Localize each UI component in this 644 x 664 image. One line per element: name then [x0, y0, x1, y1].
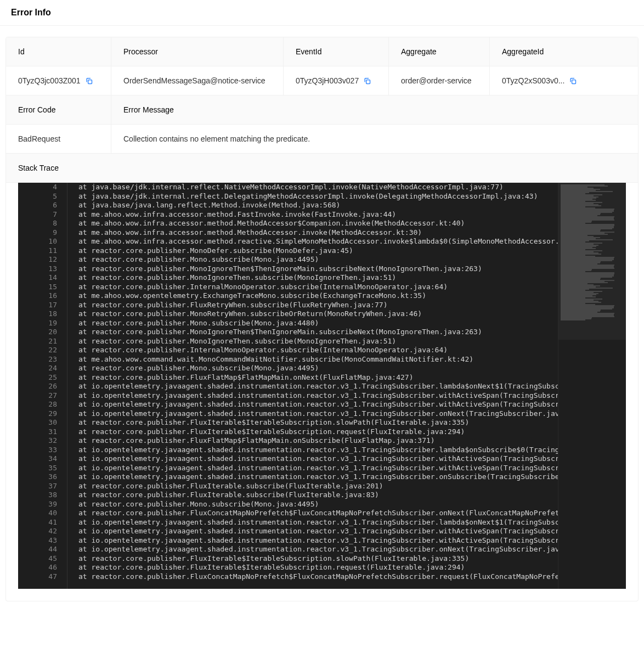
line-number: 34 — [18, 454, 57, 464]
col-aggregate-header: Aggregate — [389, 37, 490, 66]
table-header-row-2: Error Code Error Message — [6, 95, 638, 125]
line-number: 28 — [18, 400, 57, 409]
code-line: at io.opentelemetry.javaagent.shaded.ins… — [78, 536, 558, 545]
line-number: 25 — [18, 373, 57, 382]
table-data-row-1: 0TyzQ3jc003Z001 OrderSendMessageSaga@not… — [6, 66, 638, 95]
code-line: at io.opentelemetry.javaagent.shaded.ins… — [78, 518, 558, 527]
code-line: at io.opentelemetry.javaagent.shaded.ins… — [78, 464, 558, 473]
code-line: at reactor.core.publisher.FluxFlatMap$Fl… — [78, 436, 558, 446]
code-line: at reactor.core.publisher.MonoDefer.subs… — [78, 246, 558, 256]
line-number: 15 — [18, 283, 57, 292]
svg-rect-1 — [366, 80, 370, 83]
errmsg-value: Collection contains no element matching … — [123, 134, 310, 143]
line-number: 33 — [18, 446, 57, 455]
line-number: 30 — [18, 418, 57, 427]
code-line: at reactor.core.publisher.FluxIterable.s… — [78, 482, 558, 491]
line-number: 12 — [18, 255, 57, 265]
code-line: at reactor.core.publisher.FluxIterable$I… — [78, 427, 558, 437]
code-line: at reactor.core.publisher.MonoRetryWhen.… — [78, 310, 558, 319]
line-number: 9 — [18, 228, 57, 238]
errcode-cell: BadRequest — [6, 125, 111, 153]
line-number: 46 — [18, 563, 57, 572]
code-line: at me.ahoo.wow.infra.accessor.method.rea… — [78, 237, 558, 246]
table-header-row-3: Stack Trace — [6, 154, 638, 183]
code-line: at reactor.core.publisher.Mono.subscribe… — [78, 255, 558, 265]
line-number: 37 — [18, 482, 57, 491]
line-number: 17 — [18, 301, 57, 310]
code-line: at reactor.core.publisher.FluxIterable.s… — [78, 491, 558, 500]
line-number: 38 — [18, 491, 57, 500]
code-line: at io.opentelemetry.javaagent.shaded.ins… — [78, 545, 558, 554]
code-lines[interactable]: at java.base/jdk.internal.reflect.Native… — [67, 183, 558, 589]
line-number: 43 — [18, 536, 57, 545]
line-number: 32 — [18, 436, 57, 446]
table-header-row-1: Id Processor EventId Aggregate Aggregate… — [6, 37, 638, 66]
col-aggregateid-header: AggregateId — [490, 37, 638, 66]
code-line: at me.ahoo.wow.opentelemetry.ExchangeTra… — [78, 291, 558, 301]
stack-trace-editor[interactable]: 4567891011121314151617181920212223242526… — [18, 183, 626, 589]
code-line: at reactor.core.publisher.Mono.subscribe… — [78, 500, 558, 509]
copy-icon[interactable] — [85, 77, 93, 85]
code-line: at reactor.core.publisher.FluxFlatMap$Fl… — [78, 373, 558, 382]
code-line: at reactor.core.publisher.FluxConcatMapN… — [78, 572, 558, 582]
content: Id Processor EventId Aggregate Aggregate… — [0, 26, 644, 612]
code-line: at java.base/jdk.internal.reflect.Native… — [78, 183, 558, 192]
errcode-value: BadRequest — [18, 134, 60, 143]
code-line: at reactor.core.publisher.MonoIgnoreThen… — [78, 265, 558, 274]
line-number: 24 — [18, 364, 57, 373]
col-stacktrace-header: Stack Trace — [6, 154, 638, 182]
code-line: at io.opentelemetry.javaagent.shaded.ins… — [78, 454, 558, 464]
minimap[interactable] — [558, 183, 626, 589]
line-number: 45 — [18, 554, 57, 564]
line-number: 35 — [18, 464, 57, 473]
line-number: 27 — [18, 391, 57, 401]
line-number: 29 — [18, 409, 57, 419]
code-line: at me.ahoo.wow.command.wait.MonoCommandW… — [78, 355, 558, 364]
copy-icon[interactable] — [569, 77, 577, 85]
line-number: 4 — [18, 183, 57, 192]
line-number: 6 — [18, 201, 57, 210]
code-line: at me.ahoo.wow.infra.accessor.method.Met… — [78, 219, 558, 228]
aggregateid-value: 0TyzQ2xS003v0... — [502, 76, 564, 85]
code-line: at io.opentelemetry.javaagent.shaded.ins… — [78, 382, 558, 391]
code-line: at reactor.core.publisher.MonoIgnoreThen… — [78, 337, 558, 346]
line-number: 31 — [18, 427, 57, 437]
code-line: at reactor.core.publisher.InternalMonoOp… — [78, 346, 558, 355]
code-line: at me.ahoo.wow.infra.accessor.method.Met… — [78, 228, 558, 238]
code-line: at io.opentelemetry.javaagent.shaded.ins… — [78, 527, 558, 536]
line-number: 7 — [18, 210, 57, 220]
col-errcode-header: Error Code — [6, 95, 111, 124]
col-errmsg-header: Error Message — [111, 95, 638, 124]
col-processor-header: Processor — [111, 37, 284, 66]
code-line: at reactor.core.publisher.FluxIterable$I… — [78, 554, 558, 564]
processor-cell: OrderSendMessageSaga@notice-service — [111, 66, 284, 95]
aggregate-cell: order@order-service — [389, 66, 490, 95]
table-data-row-2: BadRequest Collection contains no elemen… — [6, 125, 638, 154]
line-number: 39 — [18, 500, 57, 509]
col-eventid-header: EventId — [284, 37, 389, 66]
line-number: 19 — [18, 319, 57, 328]
error-info-table: Id Processor EventId Aggregate Aggregate… — [5, 37, 639, 601]
aggregate-value: order@order-service — [401, 76, 472, 85]
line-number: 36 — [18, 472, 57, 482]
line-number: 20 — [18, 328, 57, 337]
line-number: 8 — [18, 219, 57, 228]
code-line: at io.opentelemetry.javaagent.shaded.ins… — [78, 400, 558, 409]
code-line: at reactor.core.publisher.MonoIgnoreThen… — [78, 328, 558, 337]
col-id-header: Id — [6, 37, 111, 66]
line-number: 41 — [18, 518, 57, 527]
copy-icon[interactable] — [363, 77, 371, 85]
code-line: at io.opentelemetry.javaagent.shaded.ins… — [78, 391, 558, 401]
line-number: 10 — [18, 237, 57, 246]
code-line: at reactor.core.publisher.FluxRetryWhen.… — [78, 301, 558, 310]
id-value: 0TyzQ3jc003Z001 — [18, 76, 81, 85]
line-number: 47 — [18, 572, 57, 582]
line-number: 42 — [18, 527, 57, 536]
code-line: at reactor.core.publisher.MonoIgnoreThen… — [78, 273, 558, 283]
code-line: at java.base/java.lang.reflect.Method.in… — [78, 201, 558, 210]
aggregateid-cell: 0TyzQ2xS003v0... — [490, 66, 638, 95]
line-number: 5 — [18, 192, 57, 201]
code-line: at reactor.core.publisher.Mono.subscribe… — [78, 364, 558, 373]
svg-rect-0 — [88, 80, 92, 83]
line-number: 14 — [18, 273, 57, 283]
